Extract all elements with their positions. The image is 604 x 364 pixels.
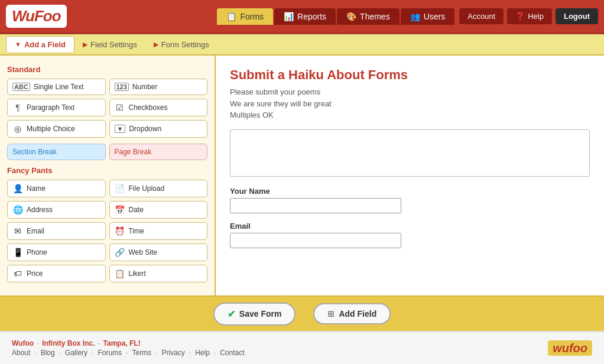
sidebar: Standard ABC Single Line Text 123 Number…	[0, 56, 216, 295]
footer-link-about[interactable]: About	[12, 349, 30, 357]
fancy-section-title: Fancy Pants	[7, 166, 207, 175]
field-btn-date[interactable]: 📅 Date	[109, 201, 208, 219]
save-form-button[interactable]: ✔ Save Form	[213, 303, 296, 326]
field-btn-phone[interactable]: 📱 Phone	[7, 243, 106, 261]
time-icon: ⏰	[115, 226, 125, 236]
your-name-label: Your Name	[230, 187, 590, 196]
header: WuFoo 📋 Forms 📊 Reports 🎨 Themes 👥 Users…	[0, 0, 604, 34]
fancy-fields-grid: 👤 Name 📄 File Upload 🌐 Address 📅 Date ✉ …	[7, 180, 207, 282]
sub-header: ▼ Add a Field ▶ Field Settings ▶ Form Se…	[0, 34, 604, 56]
standard-section-title: Standard	[7, 65, 207, 74]
field-btn-price[interactable]: 🏷 Price	[7, 265, 106, 282]
reports-icon: 📊	[284, 12, 294, 21]
logout-button[interactable]: Logout	[556, 8, 598, 24]
form-description: Please submit your poems We are sure the…	[230, 86, 590, 121]
address-icon: 🌐	[12, 205, 23, 214]
logo[interactable]: WuFoo	[6, 5, 67, 28]
form-desc-line3: Multiples OK	[230, 109, 590, 121]
save-bar: ✔ Save Form ⊞ Add Field	[0, 295, 604, 331]
arrow-icon-field-settings: ▶	[83, 41, 87, 48]
field-btn-checkboxes[interactable]: ☑ Checkboxes	[109, 99, 208, 116]
footer-location: Tampa, FL!	[103, 339, 141, 347]
header-buttons: Account ❓ Help Logout	[459, 8, 598, 24]
field-btn-file-upload[interactable]: 📄 File Upload	[109, 180, 208, 197]
arrow-icon-form-settings: ▶	[154, 41, 158, 48]
email-input[interactable]	[230, 233, 401, 248]
form-title: Submit a Haiku About Forms	[230, 67, 590, 83]
price-icon: 🏷	[12, 269, 23, 278]
nav-tab-forms[interactable]: 📋 Forms	[217, 8, 273, 25]
help-icon: ❓	[515, 12, 525, 21]
help-button[interactable]: ❓ Help	[507, 8, 552, 24]
file-upload-icon: 📄	[115, 184, 125, 193]
footer-left: Wufoo · Infinity Box Inc. · Tampa, FL! A…	[12, 339, 245, 357]
phone-icon: 📱	[12, 248, 23, 257]
likert-icon: 📋	[115, 269, 125, 278]
field-btn-number[interactable]: 123 Number	[109, 79, 208, 95]
forms-icon: 📋	[226, 12, 236, 21]
footer-company[interactable]: Infinity Box Inc.	[42, 339, 95, 347]
field-btn-section-break[interactable]: Section Break	[7, 144, 106, 160]
users-icon: 👥	[410, 12, 420, 21]
footer-link-blog[interactable]: Blog	[41, 349, 55, 357]
footer-links: About · Blog · Gallery · Forums · Terms …	[12, 349, 245, 357]
footer-link-privacy[interactable]: Privacy	[161, 349, 184, 357]
standard-fields-grid: ABC Single Line Text 123 Number ¶ Paragr…	[7, 79, 207, 138]
nav-tab-themes[interactable]: 🎨 Themes	[337, 8, 400, 25]
number-icon: 123	[115, 83, 129, 91]
nav-tab-users[interactable]: 👥 Users	[401, 8, 455, 25]
tab-form-settings[interactable]: ▶ Form Settings	[145, 37, 217, 53]
paragraph-icon: ¶	[12, 103, 23, 112]
footer-logo: wufoo	[548, 340, 592, 356]
single-line-text-icon: ABC	[12, 83, 30, 91]
field-btn-address[interactable]: 🌐 Address	[7, 201, 106, 219]
form-haiku-textarea[interactable]	[230, 129, 590, 177]
field-btn-single-line-text[interactable]: ABC Single Line Text	[7, 79, 106, 95]
form-area: Submit a Haiku About Forms Please submit…	[216, 56, 604, 295]
field-btn-likert[interactable]: 📋 Likert	[109, 265, 208, 282]
form-desc-line1: Please submit your poems	[230, 86, 590, 98]
footer-brand-line: Wufoo · Infinity Box Inc. · Tampa, FL!	[12, 339, 245, 347]
footer-right: wufoo	[548, 342, 592, 355]
field-btn-time[interactable]: ⏰ Time	[109, 222, 208, 240]
checkboxes-icon: ☑	[115, 103, 125, 112]
field-btn-website[interactable]: 🔗 Web Site	[109, 243, 208, 261]
footer-wufoo-brand[interactable]: Wufoo	[12, 339, 34, 347]
footer-link-forums[interactable]: Forums	[98, 349, 122, 357]
name-icon: 👤	[12, 184, 23, 193]
form-desc-line2: We are sure they will be great	[230, 98, 590, 110]
nav-tab-reports[interactable]: 📊 Reports	[274, 8, 336, 25]
arrow-icon-add-field: ▼	[15, 41, 21, 48]
email-icon: ✉	[12, 226, 23, 236]
your-name-input[interactable]	[230, 198, 401, 213]
break-fields-grid: Section Break Page Break	[7, 144, 207, 160]
add-field-button[interactable]: ⊞ Add Field	[313, 303, 391, 324]
field-btn-email[interactable]: ✉ Email	[7, 222, 106, 240]
account-button[interactable]: Account	[459, 8, 504, 24]
field-btn-dropdown[interactable]: ▼ Dropdown	[109, 120, 208, 138]
dropdown-icon: ▼	[115, 125, 126, 133]
field-btn-page-break[interactable]: Page Break	[109, 144, 208, 160]
main-nav: 📋 Forms 📊 Reports 🎨 Themes 👥 Users	[217, 8, 454, 25]
main-content: Standard ABC Single Line Text 123 Number…	[0, 56, 604, 295]
field-btn-multiple-choice[interactable]: ◎ Multiple Choice	[7, 120, 106, 138]
footer-link-gallery[interactable]: Gallery	[65, 349, 87, 357]
multiple-choice-icon: ◎	[12, 124, 23, 134]
field-btn-name[interactable]: 👤 Name	[7, 180, 106, 197]
themes-icon: 🎨	[346, 12, 356, 21]
add-field-icon: ⊞	[327, 309, 335, 318]
footer: Wufoo · Infinity Box Inc. · Tampa, FL! A…	[0, 331, 604, 364]
tab-add-field[interactable]: ▼ Add a Field	[6, 36, 74, 53]
footer-link-terms[interactable]: Terms	[132, 349, 151, 357]
save-checkmark-icon: ✔	[228, 308, 235, 320]
email-label: Email	[230, 222, 590, 230]
footer-link-help[interactable]: Help	[195, 349, 210, 357]
tab-field-settings[interactable]: ▶ Field Settings	[74, 37, 145, 53]
date-icon: 📅	[115, 205, 125, 214]
field-btn-paragraph-text[interactable]: ¶ Paragraph Text	[7, 99, 106, 116]
website-icon: 🔗	[115, 248, 125, 257]
footer-link-contact[interactable]: Contact	[220, 349, 244, 357]
logo-text: WuFoo	[12, 7, 61, 25]
